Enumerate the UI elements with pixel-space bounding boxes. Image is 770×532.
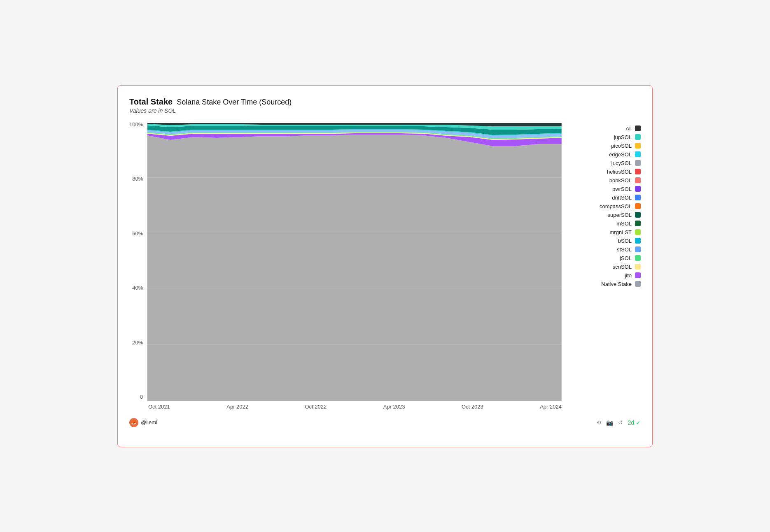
- legend-label-driftsol: driftSOL: [612, 195, 632, 201]
- legend-dot-pwrsol: [635, 186, 641, 192]
- x-label-apr2022: Apr 2022: [226, 404, 248, 410]
- plot-with-yaxis: 100% 80% 60% 40% 20% 0: [129, 121, 562, 401]
- legend-dot-jupsol: [635, 134, 641, 140]
- chart-title-sub: Solana Stake Over Time (Sourced): [177, 98, 292, 107]
- y-label-60: 60%: [132, 230, 143, 237]
- legend-item-native[interactable]: Native Stake: [575, 281, 641, 287]
- chart-subtitle: Values are in SOL: [129, 107, 641, 114]
- legend-item-pwrsol[interactable]: pwrSOL: [575, 186, 641, 192]
- legend-item-stsol[interactable]: stSOL: [575, 246, 641, 253]
- legend-label-edgesol: edgeSOL: [609, 151, 632, 158]
- legend-label-jucysol: jucySOL: [611, 160, 632, 166]
- chart-title-bold: Total Stake: [129, 97, 173, 107]
- plot-canvas: [147, 121, 562, 401]
- undo-icon[interactable]: ↺: [618, 419, 623, 426]
- y-label-80: 80%: [132, 176, 143, 182]
- chart-footer: 🦊 @ilemi ⟲ 📷 ↺ 2d ✓: [129, 415, 641, 427]
- y-axis: 100% 80% 60% 40% 20% 0: [129, 121, 147, 401]
- chart-body: 100% 80% 60% 40% 20% 0: [129, 121, 641, 410]
- legend-dot-scnsol: [635, 264, 641, 269]
- legend-item-jupsol[interactable]: jupSOL: [575, 134, 641, 140]
- legend-dot-jucysol: [635, 160, 641, 166]
- footer-username: @ilemi: [141, 419, 157, 425]
- y-label-100: 100%: [129, 121, 143, 128]
- legend-dot-jsol: [635, 255, 641, 261]
- legend-dot-bonksol: [635, 177, 641, 183]
- legend-label-all: All: [626, 125, 632, 132]
- legend-item-picosol[interactable]: picoSOL: [575, 143, 641, 149]
- legend-dot-mrgnsol: [635, 229, 641, 235]
- y-label-20: 20%: [132, 339, 143, 346]
- legend-label-stsol: stSOL: [617, 246, 632, 253]
- legend-label-supersol: superSOL: [607, 212, 632, 218]
- legend-item-heliussol[interactable]: heliusSOL: [575, 169, 641, 175]
- footer-badge: 2d ✓: [628, 419, 641, 426]
- legend-item-edgesol[interactable]: edgeSOL: [575, 151, 641, 158]
- legend-item-mrgnsol[interactable]: mrgnLST: [575, 229, 641, 235]
- x-label-oct2021: Oct 2021: [148, 404, 170, 410]
- x-label-oct2023: Oct 2023: [462, 404, 483, 410]
- x-label-apr2023: Apr 2023: [383, 404, 405, 410]
- x-label-oct2022: Oct 2022: [305, 404, 327, 410]
- x-label-apr2024: Apr 2024: [540, 404, 562, 410]
- legend-label-native: Native Stake: [601, 281, 632, 287]
- legend-item-bsol[interactable]: bSOL: [575, 238, 641, 244]
- legend-item-scnsol[interactable]: scnSOL: [575, 264, 641, 270]
- x-axis: Oct 2021 Apr 2022 Oct 2022 Apr 2023 Oct …: [129, 404, 562, 410]
- share-icon[interactable]: ⟲: [596, 419, 601, 426]
- legend-label-msol: mSOL: [616, 221, 632, 227]
- legend-label-scnsol: scnSOL: [613, 264, 632, 270]
- legend-dot-compasssol: [635, 203, 641, 209]
- legend-dot-bsol: [635, 238, 641, 244]
- legend-dot-stsol: [635, 246, 641, 252]
- legend-dot-native: [635, 281, 641, 287]
- legend-label-bonksol: bonkSOL: [609, 177, 632, 184]
- legend-item-all[interactable]: All: [575, 125, 641, 132]
- legend-label-jito: jito: [625, 272, 632, 279]
- footer-avatar: 🦊: [129, 418, 138, 427]
- legend-item-jito[interactable]: jito: [575, 272, 641, 279]
- footer-icons: ⟲ 📷 ↺ 2d ✓: [596, 419, 641, 426]
- legend-dot-supersol: [635, 212, 641, 218]
- legend-label-jsol: jSOL: [620, 255, 632, 261]
- chart-plot-area: 100% 80% 60% 40% 20% 0: [129, 121, 562, 410]
- y-label-40: 40%: [132, 285, 143, 291]
- legend-dot-driftsol: [635, 195, 641, 200]
- stacked-chart-svg: [147, 121, 562, 401]
- legend-label-pwrsol: pwrSOL: [612, 186, 632, 192]
- legend-label-mrgnsol: mrgnLST: [610, 229, 632, 235]
- footer-user: 🦊 @ilemi: [129, 418, 157, 427]
- legend-item-bonksol[interactable]: bonkSOL: [575, 177, 641, 184]
- legend-item-jucysol[interactable]: jucySOL: [575, 160, 641, 166]
- legend-dot-heliussol: [635, 169, 641, 174]
- camera-icon[interactable]: 📷: [606, 419, 613, 426]
- legend-dot-picosol: [635, 143, 641, 149]
- legend-label-jupsol: jupSOL: [614, 134, 632, 140]
- legend-item-supersol[interactable]: superSOL: [575, 212, 641, 218]
- legend-dot-jito: [635, 272, 641, 278]
- chart-header: Total Stake Solana Stake Over Time (Sour…: [129, 97, 641, 114]
- legend: All jupSOL picoSOL edgeSOL jucySOL heliu…: [575, 121, 641, 410]
- chart-container: Total Stake Solana Stake Over Time (Sour…: [117, 85, 653, 447]
- legend-item-compasssol[interactable]: compassSOL: [575, 203, 641, 209]
- legend-item-driftsol[interactable]: driftSOL: [575, 195, 641, 201]
- legend-label-bsol: bSOL: [618, 238, 632, 244]
- legend-label-compasssol: compassSOL: [600, 203, 632, 209]
- legend-dot-edgesol: [635, 151, 641, 157]
- legend-label-picosol: picoSOL: [611, 143, 632, 149]
- legend-item-msol[interactable]: mSOL: [575, 221, 641, 227]
- legend-item-jsol[interactable]: jSOL: [575, 255, 641, 261]
- legend-label-heliussol: heliusSOL: [607, 169, 632, 175]
- legend-dot-msol: [635, 221, 641, 226]
- legend-dot-all: [635, 125, 641, 131]
- y-label-0: 0: [140, 394, 143, 400]
